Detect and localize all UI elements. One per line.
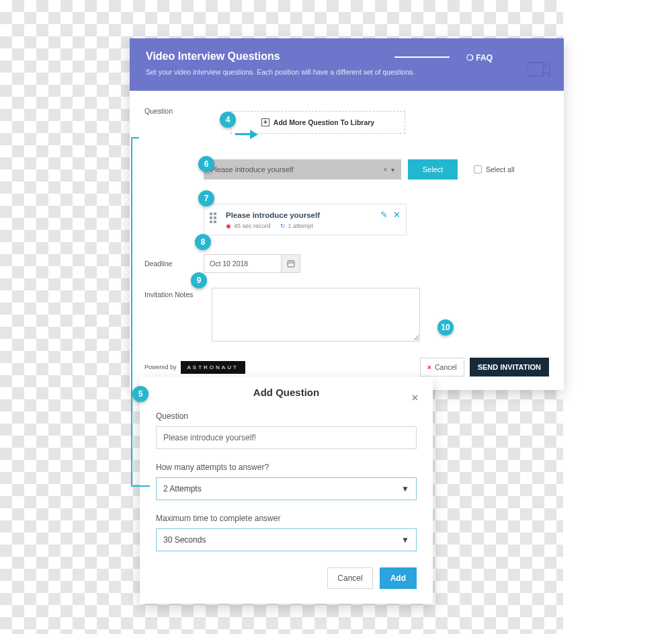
select-button[interactable]: Select bbox=[408, 159, 458, 180]
connector-line bbox=[131, 137, 132, 487]
modal-attempts-label: How many attempts to answer? bbox=[156, 463, 417, 472]
question-card-meta: ◉45 sec record ↻1 attempt bbox=[226, 223, 320, 229]
modal-close-icon[interactable]: × bbox=[412, 392, 418, 404]
callout-9: 9 bbox=[191, 272, 207, 288]
question-card: Please introduce yourself ◉45 sec record… bbox=[204, 204, 407, 235]
cancel-button[interactable]: ×Cancel bbox=[420, 358, 464, 377]
dropdown-controls: × ▾ bbox=[384, 166, 394, 173]
calendar-icon[interactable] bbox=[282, 254, 300, 273]
question-selector-row: Please introduce yourself × ▾ Select Sel… bbox=[204, 159, 549, 180]
panel-subtitle: Set your video interview questions. Each… bbox=[146, 68, 548, 76]
panel-footer: Powered by ASTRONAUT ×Cancel SEND INVITA… bbox=[144, 358, 549, 377]
callout-10: 10 bbox=[437, 319, 454, 335]
divider-line bbox=[394, 56, 450, 58]
modal-cancel-button[interactable]: Cancel bbox=[327, 567, 372, 589]
callout-5: 5 bbox=[132, 386, 149, 402]
callout-4: 4 bbox=[220, 112, 236, 128]
callout-8: 8 bbox=[195, 234, 211, 250]
close-icon[interactable]: ✕ bbox=[393, 210, 401, 220]
question-card-tools: ✎ ✕ bbox=[380, 210, 401, 220]
brand-badge: ASTRONAUT bbox=[181, 361, 245, 374]
select-all-input[interactable] bbox=[474, 165, 482, 173]
question-card-title: Please introduce yourself bbox=[226, 211, 320, 219]
video-interview-panel: Video Interview Questions Set your video… bbox=[130, 38, 564, 390]
faq-link[interactable]: ❍ FAQ bbox=[466, 53, 493, 63]
modal-question-label: Question bbox=[156, 411, 417, 421]
send-invitation-button[interactable]: SEND INVITATION bbox=[470, 358, 549, 377]
attempt-icon: ↻ bbox=[280, 223, 286, 229]
record-icon: ◉ bbox=[226, 223, 231, 229]
callout-7: 7 bbox=[198, 190, 214, 206]
svg-rect-0 bbox=[528, 63, 544, 76]
chevron-down-icon: ▼ bbox=[401, 484, 409, 493]
help-icon: ❍ bbox=[466, 53, 476, 63]
modal-time-label: Maximum time to complete answer bbox=[156, 514, 417, 523]
modal-attempts-select[interactable]: 2 Attempts ▼ bbox=[156, 477, 417, 500]
camera-icon bbox=[528, 61, 550, 80]
svg-rect-1 bbox=[288, 261, 294, 267]
connector-line bbox=[131, 485, 150, 487]
callout-6: 6 bbox=[198, 156, 214, 172]
invitation-notes-label: Invitation Notes bbox=[144, 288, 212, 342]
right-white-band bbox=[563, 0, 672, 634]
connector-line bbox=[131, 137, 139, 138]
select-all-checkbox[interactable]: Select all bbox=[474, 165, 515, 173]
question-label: Question bbox=[144, 107, 173, 115]
arrow-head-icon bbox=[250, 130, 258, 139]
edit-icon[interactable]: ✎ bbox=[380, 210, 388, 220]
question-dropdown[interactable]: Please introduce yourself × ▾ bbox=[204, 159, 401, 180]
drag-handle-icon[interactable] bbox=[210, 212, 219, 222]
powered-by: Powered by ASTRONAUT bbox=[144, 361, 245, 374]
deadline-row: Deadline bbox=[144, 254, 549, 273]
modal-time-select[interactable]: 30 Seconds ▼ bbox=[156, 528, 417, 551]
close-icon: × bbox=[427, 363, 431, 371]
deadline-label: Deadline bbox=[144, 260, 198, 268]
modal-add-button[interactable]: Add bbox=[380, 567, 417, 589]
add-question-label: Add More Question To Library bbox=[274, 118, 374, 126]
modal-question-input[interactable] bbox=[156, 426, 417, 449]
arrow-line bbox=[235, 133, 250, 135]
modal-title: Add Question bbox=[156, 387, 417, 398]
panel-header: Video Interview Questions Set your video… bbox=[130, 38, 564, 91]
add-question-modal: Add Question × Question How many attempt… bbox=[140, 377, 433, 604]
deadline-input[interactable] bbox=[204, 254, 282, 273]
plus-icon: + bbox=[261, 118, 269, 126]
invitation-notes-input[interactable] bbox=[212, 288, 420, 342]
chevron-down-icon: ▼ bbox=[401, 535, 409, 545]
invitation-notes-row: Invitation Notes bbox=[144, 288, 549, 342]
